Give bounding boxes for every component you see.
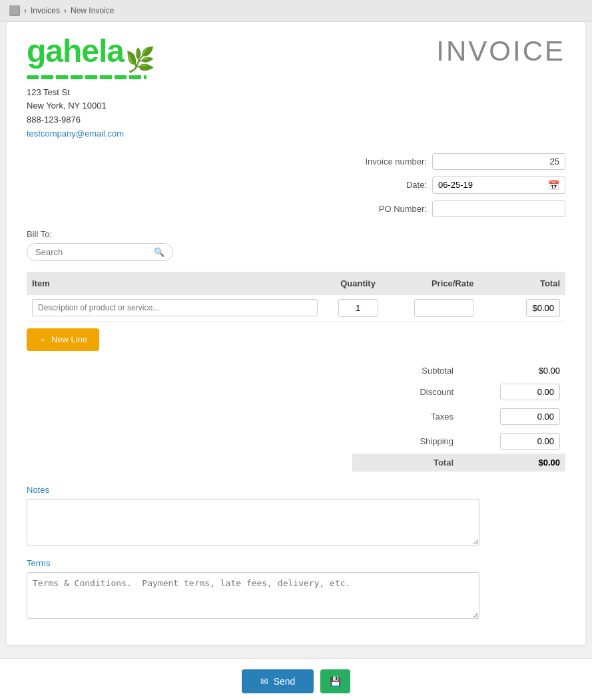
discount-label: Discount (352, 380, 459, 404)
table-row: $0.00 (27, 295, 565, 322)
invoice-title: INVOICE (436, 35, 565, 67)
total-row: Total $0.00 (352, 454, 565, 472)
invoice-header: gahela🌿 123 Test St New York, NY 10001 8… (27, 35, 565, 141)
send-button[interactable]: ✉ Send (242, 669, 314, 693)
col-quantity: Quantity (323, 272, 393, 295)
po-number-row: PO Number: (27, 200, 565, 217)
subtotal-row: Subtotal $0.00 (352, 362, 565, 380)
breadcrumb-sep: › (24, 6, 27, 15)
bill-to-label: Bill To: (27, 229, 565, 239)
svg-rect-0 (9, 5, 19, 15)
quantity-cell (323, 295, 393, 322)
taxes-row: Taxes (352, 404, 565, 429)
home-icon[interactable] (9, 5, 20, 16)
logo-area: gahela🌿 123 Test St New York, NY 10001 8… (27, 35, 155, 141)
send-label: Send (274, 676, 296, 687)
item-cell (27, 295, 323, 322)
plus-icon: ＋ (39, 334, 47, 346)
total-cell: $0.00 (479, 295, 565, 322)
save-button[interactable]: 💾 (320, 669, 350, 693)
invoice-card: gahela🌿 123 Test St New York, NY 10001 8… (7, 22, 585, 645)
col-price: Price/Rate (393, 272, 479, 295)
date-input[interactable] (438, 180, 544, 190)
subtotal-value: $0.00 (459, 362, 565, 380)
totals-table: Subtotal $0.00 Discount Taxes Shippi (352, 362, 565, 472)
price-input[interactable] (414, 299, 474, 317)
breadcrumb: › Invoices › New Invoice (0, 0, 592, 22)
breadcrumb-current: New Invoice (71, 6, 114, 15)
shipping-cell (459, 429, 565, 454)
leaf-icon: 🌿 (125, 46, 155, 74)
terms-textarea[interactable] (27, 572, 479, 619)
taxes-cell (459, 404, 565, 429)
invoice-number-row: Invoice number: (27, 153, 565, 170)
address-line1: 123 Test St (27, 86, 155, 100)
date-row: Date: 📅 (27, 176, 565, 194)
email-icon: ✉ (260, 676, 268, 687)
breadcrumb-invoices[interactable]: Invoices (31, 6, 60, 15)
row-total: $0.00 (526, 299, 560, 317)
terms-section: Terms (27, 558, 565, 621)
price-cell (393, 295, 479, 322)
col-item: Item (27, 272, 323, 295)
search-box: 🔍 (27, 243, 173, 261)
date-label: Date: (347, 180, 427, 190)
shipping-label: Shipping (352, 429, 459, 454)
search-icon[interactable]: 🔍 (154, 247, 164, 257)
date-input-wrapper: 📅 (432, 176, 565, 194)
total-label: Total (352, 454, 459, 472)
invoice-table: Item Quantity Price/Rate Total (27, 272, 565, 322)
invoice-number-input[interactable] (432, 153, 565, 170)
breadcrumb-sep2: › (64, 6, 67, 15)
search-input[interactable] (35, 247, 154, 257)
invoice-number-label: Invoice number: (347, 157, 427, 167)
po-number-input[interactable] (432, 200, 565, 217)
new-line-label: New Line (51, 334, 87, 344)
totals-section: Subtotal $0.00 Discount Taxes Shippi (27, 362, 565, 472)
quantity-input[interactable] (338, 299, 378, 317)
notes-textarea[interactable] (27, 499, 479, 545)
shipping-input[interactable] (500, 433, 560, 450)
company-email: testcompany@email.com (27, 127, 155, 141)
po-number-label: PO Number: (347, 204, 427, 214)
calendar-icon[interactable]: 📅 (548, 180, 559, 190)
taxes-label: Taxes (352, 404, 459, 429)
company-phone: 888-123-9876 (27, 113, 155, 127)
col-total: Total (479, 272, 565, 295)
new-line-button[interactable]: ＋ New Line (27, 328, 99, 351)
company-address: 123 Test St New York, NY 10001 888-123-9… (27, 86, 155, 141)
discount-input[interactable] (500, 384, 560, 400)
invoice-meta: Invoice number: Date: 📅 PO Number: (27, 153, 565, 217)
discount-cell (459, 380, 565, 404)
terms-label: Terms (27, 558, 565, 568)
item-description-input[interactable] (32, 299, 318, 316)
logo-underline (27, 75, 147, 79)
total-value: $0.00 (459, 454, 565, 472)
shipping-row: Shipping (352, 429, 565, 454)
bill-to-section: Bill To: 🔍 (27, 229, 565, 261)
page-wrapper: › Invoices › New Invoice gahela🌿 123 Tes… (0, 0, 592, 700)
address-line2: New York, NY 10001 (27, 99, 155, 113)
notes-section: Notes (27, 485, 565, 547)
footer: ✉ Send 💾 (0, 658, 592, 700)
subtotal-label: Subtotal (352, 362, 459, 380)
logo-text: gahela (27, 33, 124, 69)
notes-label: Notes (27, 485, 565, 495)
discount-row: Discount (352, 380, 565, 404)
save-icon: 💾 (330, 676, 341, 687)
logo: gahela🌿 (27, 35, 155, 74)
taxes-input[interactable] (500, 408, 560, 425)
